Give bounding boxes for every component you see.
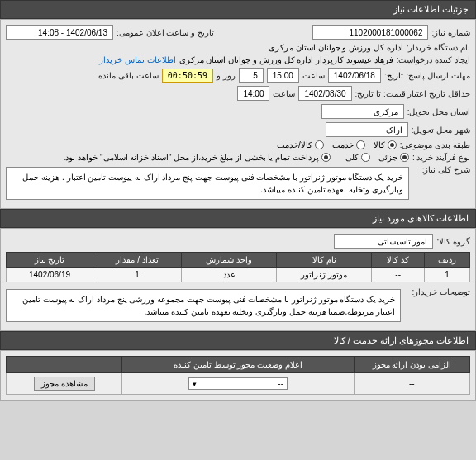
need-no-value: 1102000181000062 — [312, 25, 428, 40]
province-value: مرکزی — [321, 104, 404, 119]
announce-date-value: 1402/06/13 - 14:08 — [6, 25, 113, 40]
deadline-time: 15:00 — [267, 68, 299, 83]
day-and-label: روز و — [217, 71, 236, 80]
radio-dot-icon — [321, 153, 331, 162]
days-remaining: 5 — [239, 68, 264, 83]
th-unit: واحد شمارش — [182, 253, 277, 268]
radio-dot-icon — [388, 140, 397, 149]
status-dropdown[interactable]: -- — [188, 377, 288, 390]
subject-cat-label: طبقه بندی موضوعی: — [400, 140, 470, 149]
countdown-timer: 00:50:59 — [162, 69, 213, 83]
radio-goods-label: کالا — [374, 140, 385, 149]
view-license-button[interactable]: مشاهده مجوز — [34, 377, 95, 391]
valid-time: 14:00 — [237, 86, 269, 101]
td-qty: 1 — [93, 268, 181, 282]
buyer-notes-value: خرید یک دستگاه موتور ژنراتور با مشخصات ف… — [6, 289, 401, 322]
td-date: 1402/06/19 — [7, 268, 93, 282]
need-info-header: جزئیات اطلاعات نیاز — [0, 0, 476, 19]
deadline-date: 1402/06/18 — [328, 68, 381, 83]
general-desc-value: خرید یک دستگاه موتور ژنراتور با مشخصات ف… — [6, 167, 409, 200]
hour-label-2: ساعت — [273, 89, 295, 98]
th-name: نام کالا — [277, 253, 372, 268]
deadline-label: مهلت ارسال پاسخ: — [407, 71, 470, 80]
th-mandatory: الزامی بودن ارائه مجوز — [354, 357, 469, 373]
td-name: موتور ژنراتور — [277, 268, 372, 282]
province-label: استان محل تحویل: — [407, 107, 470, 116]
valid-date: 1402/08/30 — [298, 86, 351, 101]
radio-service-label: خدمت — [332, 140, 354, 149]
radio-goods-service[interactable]: کالا/خدمت — [277, 140, 324, 149]
general-desc-label: شرح کلی نیاز: — [412, 165, 470, 174]
requester-value: فرهاد عیسوند کارپرداز اداره کل ورزش و جو… — [179, 55, 393, 64]
need-no-label: شماره نیاز: — [431, 28, 470, 37]
license-row: -- -- مشاهده مجوز — [7, 373, 470, 395]
buyer-org-value: اداره کل ورزش و جوانان استان مرکزی — [269, 43, 403, 52]
announce-date-label: تاریخ و ساعت اعلان عمومی: — [117, 28, 214, 37]
th-qty: تعداد / مقدار — [93, 253, 181, 268]
radio-full[interactable]: کلی — [345, 153, 370, 162]
city-label: شهر محل تحویل: — [412, 126, 470, 135]
goods-info-body: گروه کالا: امور تاسیساتی ردیف کد کالا نا… — [0, 228, 476, 331]
radio-dot-icon — [315, 140, 324, 149]
radio-partial-label: جزئی — [378, 153, 397, 162]
td-code: -- — [372, 268, 425, 282]
td-view: مشاهده مجوز — [7, 373, 122, 395]
need-info-body: شماره نیاز: 1102000181000062 تاریخ و ساع… — [0, 19, 476, 209]
td-status: -- — [122, 373, 355, 395]
td-row: 1 — [424, 268, 469, 282]
td-mandatory: -- — [354, 373, 469, 395]
goods-group-value: امور تاسیساتی — [334, 234, 433, 249]
contact-link[interactable]: اطلاعات تماس خریدار — [99, 55, 176, 64]
th-status: اعلام وضعیت مجوز توسط تامین کننده — [122, 357, 355, 373]
th-view — [7, 357, 122, 373]
radio-service[interactable]: خدمت — [332, 140, 365, 149]
radio-full-label: کلی — [345, 153, 359, 162]
status-dropdown-value: -- — [278, 379, 283, 388]
buyer-org-label: نام دستگاه خریدار: — [407, 43, 470, 52]
remaining-label: ساعت باقی مانده — [98, 71, 159, 80]
radio-dot-icon — [356, 140, 365, 149]
th-code: کد کالا — [372, 253, 425, 268]
buyer-notes-label: توضیحات خریدار: — [404, 287, 470, 296]
process-group: جزئی کلی — [345, 153, 409, 162]
radio-dot-icon — [400, 153, 409, 162]
radio-goods[interactable]: کالا — [374, 140, 397, 149]
radio-goods-service-label: کالا/خدمت — [277, 140, 312, 149]
payment-note-item: پرداخت تمام یا بخشی از مبلغ خرید،از محل … — [64, 153, 331, 162]
subject-cat-group: کالا خدمت کالا/خدمت — [277, 140, 397, 149]
process-label: نوع فرآیند خرید : — [412, 153, 470, 162]
radio-dot-icon — [361, 153, 370, 162]
licenses-body: الزامی بودن ارائه مجوز اعلام وضعیت مجوز … — [0, 350, 476, 401]
license-table: الزامی بودن ارائه مجوز اعلام وضعیت مجوز … — [6, 356, 470, 395]
goods-group-label: گروه کالا: — [436, 237, 470, 246]
payment-note-text: پرداخت تمام یا بخشی از مبلغ خرید،از محل … — [64, 153, 319, 162]
city-value: اراک — [326, 122, 408, 137]
td-unit: عدد — [182, 268, 277, 282]
goods-info-header: اطلاعات کالاهای مورد نیاز — [0, 209, 476, 228]
th-row: ردیف — [424, 253, 469, 268]
th-date: تاریخ نیاز — [7, 253, 93, 268]
licenses-header: اطلاعات مجوزهای ارائه خدمت / کالا — [0, 331, 476, 350]
radio-partial[interactable]: جزئی — [378, 153, 409, 162]
requester-label: ایجاد کننده درخواست: — [397, 55, 470, 64]
hour-label-1: ساعت — [302, 71, 325, 80]
deadline-label2: تاریخ: — [384, 71, 403, 80]
valid-date-label: حداقل تاریخ اعتبار قیمت: تا تاریخ: — [355, 89, 470, 98]
table-row: 1 -- موتور ژنراتور عدد 1 1402/06/19 — [7, 268, 470, 282]
goods-table: ردیف کد کالا نام کالا واحد شمارش تعداد /… — [6, 252, 470, 282]
